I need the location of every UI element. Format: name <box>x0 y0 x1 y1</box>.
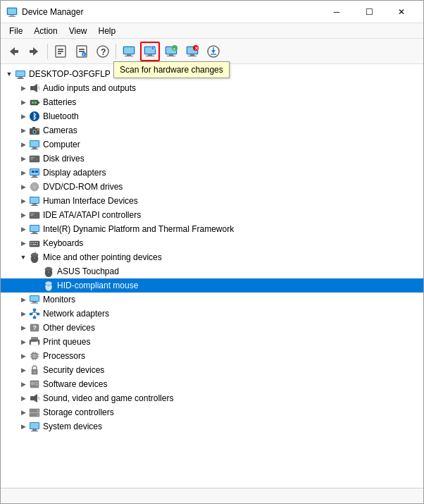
tree-item-bluetooth[interactable]: ▶ ᛒ Bluetooth <box>1 109 423 123</box>
ide-label: IDE ATA/ATAPI controllers <box>43 210 141 220</box>
sound-arrow: ▶ <box>18 393 29 404</box>
network-arrow: ▶ <box>18 308 29 319</box>
svg-marker-4 <box>10 47 15 56</box>
dvd-label: DVD/CD-ROM drives <box>43 182 123 192</box>
help-button[interactable]: ? <box>93 42 113 61</box>
svg-rect-99 <box>37 242 38 243</box>
svg-rect-5 <box>15 50 18 53</box>
tree-item-system[interactable]: ▶ System devices <box>1 419 423 434</box>
svg-text:ᛒ: ᛒ <box>32 112 37 121</box>
security-label: Security devices <box>43 365 104 375</box>
tree-item-hid-mouse[interactable]: ▶ HID-compliant mouse <box>1 278 423 293</box>
toolbar: ? ? <box>1 39 423 64</box>
svg-rect-130 <box>37 340 38 342</box>
svg-rect-38 <box>188 56 197 56</box>
tree-item-cameras[interactable]: ▶ Cameras <box>1 123 423 137</box>
menu-view[interactable]: View <box>63 25 93 37</box>
svg-rect-53 <box>30 100 38 105</box>
svg-rect-93 <box>32 232 37 233</box>
tree-item-audio[interactable]: ▶ ) ) Audio inputs and outputs <box>1 81 423 95</box>
keyboards-arrow: ▶ <box>18 238 29 249</box>
other-icon: ? <box>29 322 40 333</box>
tree-item-disk[interactable]: ▶ Disk drives <box>1 152 423 166</box>
svg-text:?: ? <box>82 53 85 57</box>
hid-mouse-label: HID-compliant mouse <box>57 281 138 290</box>
device-tree[interactable]: ▼ DESKTOP-O3FGFLP ▶ <box>1 64 423 488</box>
tree-item-software[interactable]: ▶ Software devices <box>1 377 423 391</box>
hid-arrow: ▶ <box>18 195 29 207</box>
back-button[interactable] <box>4 42 23 61</box>
scan-hardware-button[interactable]: ↻ <box>140 42 160 61</box>
tree-item-dvd[interactable]: ▶ DVD/CD-ROM drives <box>1 180 423 194</box>
tree-item-processors[interactable]: ▶ Processors <box>1 349 423 363</box>
tree-item-keyboards[interactable]: ▶ Keyboards <box>1 236 423 250</box>
display-arrow: ▶ <box>18 167 29 178</box>
minimize-button[interactable]: ─ <box>320 1 353 23</box>
menu-bar: File Action View Help <box>1 23 423 39</box>
tree-item-other[interactable]: ▶ ? Other devices <box>1 321 423 335</box>
properties-button[interactable] <box>51 42 70 61</box>
close-button[interactable]: ✕ <box>385 1 418 23</box>
tree-item-batteries[interactable]: ▶ Batteries <box>1 95 423 109</box>
menu-help[interactable]: Help <box>93 25 122 37</box>
svg-rect-115 <box>32 302 37 303</box>
tree-item-network[interactable]: ▶ Network adapters <box>1 307 423 321</box>
tree-item-hid[interactable]: ▶ Human Interface Devices <box>1 194 423 208</box>
tree-item-ide[interactable]: ▶ IDE ATA/ATAPI controllers <box>1 208 423 222</box>
view-device-button[interactable] <box>119 42 139 61</box>
download-button[interactable] <box>204 42 223 61</box>
mice-icon <box>29 252 40 263</box>
svg-rect-158 <box>31 431 38 431</box>
menu-action[interactable]: Action <box>28 25 63 37</box>
svg-rect-54 <box>38 102 39 104</box>
system-label: System devices <box>43 422 102 431</box>
processors-arrow: ▶ <box>18 350 29 362</box>
svg-rect-22 <box>125 56 133 56</box>
tree-item-monitors[interactable]: ▶ Monitors <box>1 293 423 307</box>
keyboards-label: Keyboards <box>43 238 83 248</box>
tree-item-intel[interactable]: ▶ Intel(R) Dynamic Platform and Thermal … <box>1 222 423 236</box>
svg-rect-83 <box>30 197 39 203</box>
svg-point-81 <box>34 186 35 188</box>
update-driver-button[interactable]: ? <box>72 42 92 61</box>
touchpad-label: ASUS Touchpad <box>57 266 119 276</box>
uninstall-button[interactable]: ✕ <box>182 42 202 61</box>
menu-file[interactable]: File <box>4 25 28 37</box>
svg-rect-72 <box>30 159 33 159</box>
tree-item-mice[interactable]: ▼ Mice and other pointing devices <box>1 250 423 264</box>
svg-rect-21 <box>127 54 131 56</box>
svg-rect-116 <box>31 303 38 304</box>
svg-line-106 <box>35 252 36 253</box>
svg-rect-77 <box>32 171 35 173</box>
tree-item-storage[interactable]: ▶ Storage controllers <box>1 405 423 419</box>
update-driver-icon: ? <box>75 44 89 59</box>
dvd-arrow: ▶ <box>18 181 29 192</box>
svg-line-123 <box>35 312 38 314</box>
svg-rect-65 <box>30 141 39 147</box>
svg-rect-56 <box>35 102 37 104</box>
window-controls: ─ ☐ ✕ <box>320 1 418 23</box>
forward-button[interactable] <box>25 42 44 61</box>
maximize-button[interactable]: ☐ <box>353 1 385 23</box>
mice-arrow: ▼ <box>18 252 29 263</box>
tree-item-display[interactable]: ▶ Display adapters <box>1 166 423 180</box>
system-arrow: ▶ <box>18 421 29 432</box>
svg-rect-92 <box>30 226 39 231</box>
tree-item-touchpad[interactable]: ▶ ASUS Touchpad <box>1 264 423 278</box>
tree-item-security[interactable]: ▶ Security devices <box>1 363 423 377</box>
tree-item-computer[interactable]: ▶ Computer <box>1 137 423 152</box>
svg-rect-48 <box>17 78 24 79</box>
svg-text:✕: ✕ <box>194 45 199 50</box>
svg-rect-20 <box>124 47 134 54</box>
mice-label: Mice and other pointing devices <box>43 252 162 262</box>
svg-rect-47 <box>18 77 23 78</box>
svg-rect-1 <box>8 8 16 14</box>
svg-rect-90 <box>30 215 33 216</box>
tree-item-sound[interactable]: ▶ ) ) Sound, video and game controllers <box>1 391 423 405</box>
batteries-icon <box>29 97 40 108</box>
svg-rect-55 <box>32 102 34 104</box>
monitors-arrow: ▶ <box>18 294 29 305</box>
storage-arrow: ▶ <box>18 407 29 418</box>
add-driver-button[interactable]: + <box>161 42 181 61</box>
tree-item-print[interactable]: ▶ Print queues <box>1 335 423 349</box>
